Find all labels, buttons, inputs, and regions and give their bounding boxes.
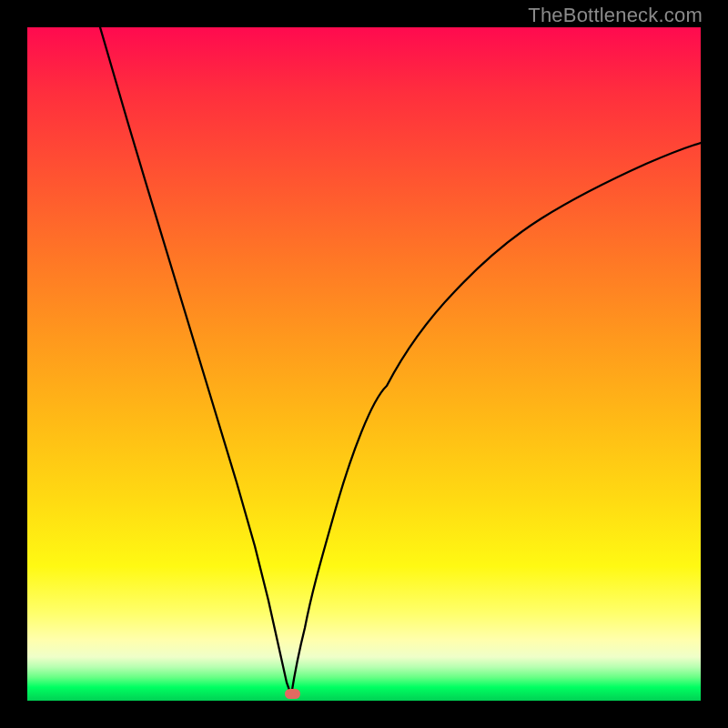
chart-frame: TheBottleneck.com bbox=[0, 0, 728, 728]
curve-layer bbox=[27, 27, 701, 701]
bottleneck-marker bbox=[285, 689, 300, 699]
curve-right-branch bbox=[291, 143, 701, 695]
watermark-text: TheBottleneck.com bbox=[0, 4, 728, 27]
curve-left-branch bbox=[100, 27, 291, 695]
bottleneck-plot bbox=[27, 27, 701, 701]
